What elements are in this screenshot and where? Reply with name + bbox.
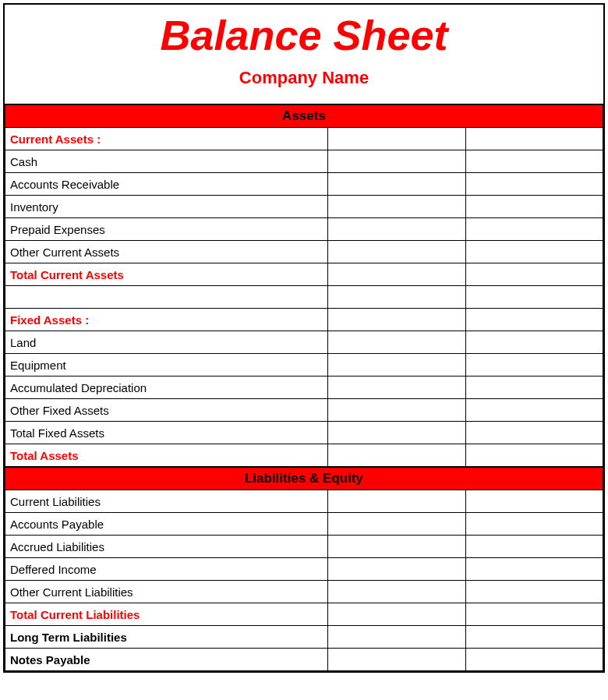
- row-value-2: [465, 331, 603, 354]
- table-row: Inventory: [5, 196, 603, 218]
- row-value-1: [328, 444, 465, 468]
- row-value-1: [328, 377, 465, 399]
- row-value-2: [465, 128, 603, 150]
- row-label: Total Current Assets: [5, 263, 328, 286]
- row-label: Current Assets :: [5, 128, 328, 150]
- assets-section-header: Assets: [5, 104, 603, 128]
- row-value-2: [465, 309, 603, 331]
- table-row: Other Current Assets: [5, 241, 603, 263]
- header: Balance Sheet Company Name: [5, 5, 603, 104]
- row-value-1: [328, 603, 465, 626]
- row-value-1: [328, 513, 465, 536]
- table-row: [5, 286, 603, 309]
- table-row: Accrued Liabilities: [5, 536, 603, 558]
- row-value-1: [328, 649, 465, 671]
- row-label: Equipment: [5, 354, 328, 377]
- company-name: Company Name: [5, 68, 603, 88]
- table-row: Cash: [5, 150, 603, 173]
- row-label: [5, 286, 328, 309]
- table-row: Total Fixed Assets: [5, 422, 603, 444]
- row-label: Fixed Assets :: [5, 309, 328, 331]
- table-row: Equipment: [5, 354, 603, 377]
- row-value-1: [328, 536, 465, 558]
- table-row: Current Liabilities: [5, 490, 603, 513]
- table-row: Accounts Payable: [5, 513, 603, 536]
- row-value-1: [328, 218, 465, 241]
- row-label: Total Fixed Assets: [5, 422, 328, 444]
- row-value-1: [328, 196, 465, 218]
- row-label: Total Current Liabilities: [5, 603, 328, 626]
- row-label: Accrued Liabilities: [5, 536, 328, 558]
- row-value-1: [328, 128, 465, 150]
- row-label: Notes Payable: [5, 649, 328, 671]
- row-value-2: [465, 490, 603, 513]
- row-value-1: [328, 581, 465, 603]
- row-label: Cash: [5, 150, 328, 173]
- row-value-2: [465, 536, 603, 558]
- row-value-1: [328, 263, 465, 286]
- row-label: Other Fixed Assets: [5, 399, 328, 422]
- row-value-1: [328, 309, 465, 331]
- table-row: Notes Payable: [5, 649, 603, 671]
- row-value-1: [328, 422, 465, 444]
- row-label: Total Assets: [5, 444, 328, 468]
- row-value-1: [328, 150, 465, 173]
- table-row: Long Term Liabilities: [5, 626, 603, 649]
- row-value-1: [328, 241, 465, 263]
- row-value-2: [465, 241, 603, 263]
- table-row: Current Assets :: [5, 128, 603, 150]
- row-value-2: [465, 513, 603, 536]
- row-label: Other Current Assets: [5, 241, 328, 263]
- row-value-2: [465, 581, 603, 603]
- row-value-2: [465, 150, 603, 173]
- page-title: Balance Sheet: [5, 12, 603, 58]
- table-row: Other Current Liabilities: [5, 581, 603, 603]
- assets-section-header-label: Assets: [5, 104, 603, 128]
- row-label: Inventory: [5, 196, 328, 218]
- row-value-2: [465, 399, 603, 422]
- row-value-2: [465, 422, 603, 444]
- row-value-2: [465, 444, 603, 468]
- row-value-1: [328, 331, 465, 354]
- balance-table: AssetsCurrent Assets :CashAccounts Recei…: [5, 104, 603, 671]
- row-value-1: [328, 286, 465, 309]
- row-label: Other Current Liabilities: [5, 581, 328, 603]
- row-value-2: [465, 558, 603, 581]
- liabilities-section-header: Liabilities & Equity: [5, 467, 603, 490]
- row-label: Accumulated Depreciation: [5, 377, 328, 399]
- row-value-2: [465, 354, 603, 377]
- row-label: Accounts Receivable: [5, 173, 328, 196]
- balance-sheet: Balance Sheet Company Name AssetsCurrent…: [3, 3, 605, 673]
- row-value-1: [328, 626, 465, 649]
- table-row: Other Fixed Assets: [5, 399, 603, 422]
- row-label: Current Liabilities: [5, 490, 328, 513]
- table-row: Land: [5, 331, 603, 354]
- row-label: Land: [5, 331, 328, 354]
- row-value-1: [328, 490, 465, 513]
- liabilities-section-header-label: Liabilities & Equity: [5, 467, 603, 490]
- row-value-2: [465, 603, 603, 626]
- table-row: Total Assets: [5, 444, 603, 468]
- row-label: Deffered Income: [5, 558, 328, 581]
- row-value-2: [465, 173, 603, 196]
- row-value-2: [465, 263, 603, 286]
- row-value-1: [328, 399, 465, 422]
- table-row: Total Current Liabilities: [5, 603, 603, 626]
- row-value-2: [465, 196, 603, 218]
- table-row: Prepaid Expenses: [5, 218, 603, 241]
- table-row: Accounts Receivable: [5, 173, 603, 196]
- table-row: Total Current Assets: [5, 263, 603, 286]
- row-label: Long Term Liabilities: [5, 626, 328, 649]
- row-value-2: [465, 626, 603, 649]
- row-value-2: [465, 649, 603, 671]
- row-value-2: [465, 286, 603, 309]
- row-value-2: [465, 377, 603, 399]
- table-row: Fixed Assets :: [5, 309, 603, 331]
- row-value-2: [465, 218, 603, 241]
- row-label: Accounts Payable: [5, 513, 328, 536]
- row-value-1: [328, 354, 465, 377]
- table-row: Deffered Income: [5, 558, 603, 581]
- row-value-1: [328, 173, 465, 196]
- row-label: Prepaid Expenses: [5, 218, 328, 241]
- table-row: Accumulated Depreciation: [5, 377, 603, 399]
